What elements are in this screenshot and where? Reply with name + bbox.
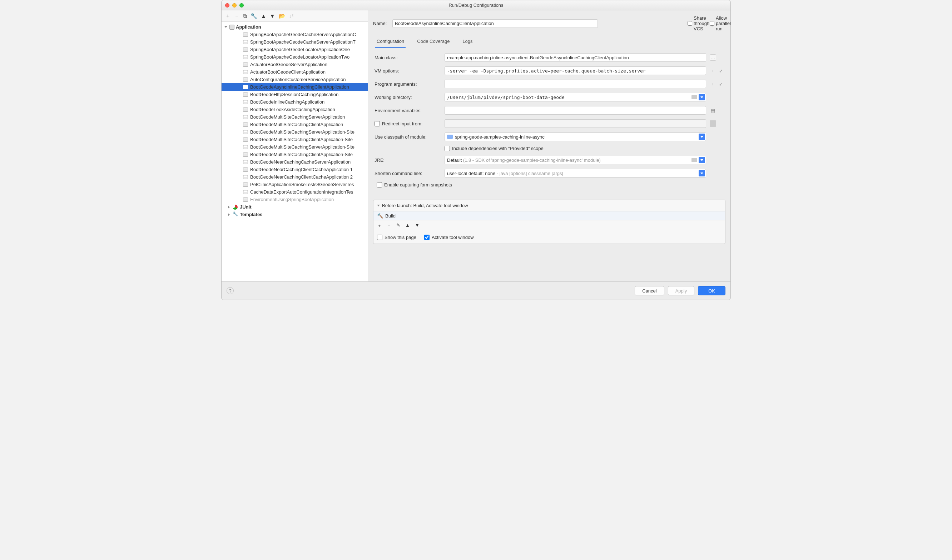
wrench-icon[interactable]: 🔧 <box>250 13 257 19</box>
chevron-down-icon[interactable] <box>699 134 705 140</box>
folder-icon[interactable] <box>691 95 697 99</box>
vm-options-label: VM options: <box>374 68 442 74</box>
up-icon[interactable]: ▲ <box>405 222 410 229</box>
tree-item[interactable]: ActuatorBootGeodeServerApplication <box>221 61 368 68</box>
remove-icon[interactable]: － <box>387 222 391 229</box>
tab-code-coverage[interactable]: Code Coverage <box>416 36 451 48</box>
help-icon[interactable]: ? <box>227 287 234 294</box>
shorten-select[interactable]: user-local default: none - java [options… <box>445 169 706 177</box>
expand-icon[interactable]: ⤢ <box>717 81 724 87</box>
remove-icon[interactable]: － <box>234 12 240 19</box>
tree-item[interactable]: BootGeodeMultiSiteCachingServerApplicati… <box>221 143 368 151</box>
add-icon[interactable]: ＋ <box>225 12 230 19</box>
expand-icon[interactable]: ⤢ <box>717 68 724 74</box>
browse-main-class-button[interactable]: … <box>710 54 716 61</box>
folder-icon[interactable]: 📂 <box>279 13 286 19</box>
tree-item[interactable]: EnvironmentUsingSpringBootApplication <box>221 196 368 203</box>
tree-node-templates[interactable]: Templates <box>221 211 368 218</box>
share-vcs-check[interactable]: Share through VCS ? <box>688 15 703 31</box>
tab-logs[interactable]: Logs <box>461 36 474 48</box>
file-icon <box>243 40 248 44</box>
ok-button[interactable]: OK <box>698 286 725 295</box>
folder-icon <box>710 120 716 127</box>
tree-item[interactable]: BootGeodeLookAsideCachingApplication <box>221 106 368 113</box>
program-args-label: Program arguments: <box>374 82 442 87</box>
jre-select[interactable]: Default (1.8 - SDK of 'spring-geode-samp… <box>445 156 706 164</box>
list-icon[interactable]: ▤ <box>710 107 716 114</box>
chevron-down-icon[interactable] <box>699 94 705 100</box>
program-args-input[interactable] <box>445 80 706 88</box>
tree-item[interactable]: BootGeodeNearCachingClientCacheApplicati… <box>221 173 368 181</box>
titlebar: Run/Debug Configurations <box>221 0 731 10</box>
window-title: Run/Debug Configurations <box>221 3 731 8</box>
tree-item[interactable]: BootGeodeHttpSessionCachingApplication <box>221 91 368 98</box>
cancel-button[interactable]: Cancel <box>635 286 664 295</box>
tree-item[interactable]: CacheDataExportAutoConfigurationIntegrat… <box>221 188 368 196</box>
file-icon <box>243 137 248 142</box>
tree-item[interactable]: PetClinicApplicationSmokeTests$GeodeServ… <box>221 181 368 188</box>
file-icon <box>243 182 248 187</box>
tree-item[interactable]: BootGeodeNearCachingCacheServerApplicati… <box>221 158 368 166</box>
file-icon <box>243 168 248 172</box>
module-select[interactable]: spring-geode-samples-caching-inline-asyn… <box>445 133 706 141</box>
main-class-input[interactable] <box>445 53 706 62</box>
name-input[interactable] <box>393 19 598 28</box>
activate-window-check[interactable]: Activate tool window <box>424 234 474 240</box>
down-icon[interactable]: ▼ <box>415 222 420 229</box>
add-icon[interactable]: ＋ <box>377 222 382 229</box>
edit-icon[interactable]: ✎ <box>396 222 400 229</box>
tree-item[interactable]: BootGeodeMultiSiteCachingClientApplicati… <box>221 136 368 143</box>
tree-item[interactable]: SpringBootApacheGeodeCacheServerApplicat… <box>221 31 368 38</box>
include-provided-check[interactable]: Include dependencies with "Provided" sco… <box>445 146 706 151</box>
tab-configuration[interactable]: Configuration <box>375 36 406 48</box>
tree-item[interactable]: BootGeodeAsyncInlineCachingClientApplica… <box>221 83 368 91</box>
before-launch-panel: Before launch: Build, Activate tool wind… <box>373 200 725 244</box>
copy-icon[interactable]: ⧉ <box>243 13 247 19</box>
tree-item[interactable]: BootGeodeMultiSiteCachingServerApplicati… <box>221 113 368 121</box>
tabs: Configuration Code Coverage Logs <box>373 36 725 48</box>
config-tree[interactable]: ApplicationSpringBootApacheGeodeCacheSer… <box>221 22 368 281</box>
sort-icon[interactable]: ↓² <box>289 13 294 19</box>
add-vm-icon[interactable]: + <box>710 68 716 74</box>
working-dir-label: Working directory: <box>374 95 442 100</box>
working-dir-input[interactable]: /Users/jblum/pivdev/spring-boot-data-geo… <box>445 93 706 102</box>
file-icon <box>243 63 248 67</box>
tree-item[interactable]: BootGeodeInlineCachingApplication <box>221 98 368 106</box>
env-vars-input[interactable] <box>445 106 706 115</box>
vm-options-input[interactable] <box>445 66 706 75</box>
file-icon <box>243 48 248 52</box>
apply-button[interactable]: Apply <box>668 286 695 295</box>
tree-item[interactable]: BootGeodeMultiSiteCachingClientApplicati… <box>221 151 368 158</box>
chevron-down-icon[interactable] <box>377 205 380 207</box>
before-launch-item[interactable]: 🔨 Build <box>374 211 725 220</box>
env-vars-label: Environment variables: <box>374 108 442 113</box>
tree-item[interactable]: BootGeodeNearCachingClientCacheApplicati… <box>221 166 368 173</box>
tree-item[interactable]: SpringBootApacheGeodeLocatorApplicationT… <box>221 53 368 61</box>
chevron-down-icon[interactable] <box>699 157 705 163</box>
add-arg-icon[interactable]: + <box>710 81 716 87</box>
sidebar-toolbar: ＋ － ⧉ 🔧 ▲ ▼ 📂 ↓² <box>221 10 368 22</box>
folder-icon[interactable] <box>691 158 697 162</box>
file-icon <box>243 85 248 89</box>
file-icon <box>243 77 248 82</box>
tree-node-application[interactable]: Application <box>221 23 368 31</box>
redirect-input-check[interactable]: Redirect input from: <box>374 121 442 127</box>
file-icon <box>243 130 248 134</box>
file-icon <box>243 153 248 157</box>
tree-node-junit[interactable]: JUnit <box>221 203 368 211</box>
tree-item[interactable]: ActuatorBootGeodeClientApplication <box>221 68 368 76</box>
tree-item[interactable]: AutoConfigurationCustomerServiceApplicat… <box>221 76 368 83</box>
snapshots-check[interactable]: Enable capturing form snapshots <box>374 182 724 188</box>
down-icon[interactable]: ▼ <box>270 13 275 19</box>
chevron-down-icon[interactable] <box>699 170 705 176</box>
tree-item[interactable]: SpringBootApacheGeodeLocatorApplicationO… <box>221 46 368 53</box>
tree-item[interactable]: BootGeodeMultiSiteCachingServerApplicati… <box>221 128 368 136</box>
file-icon <box>243 145 248 149</box>
file-icon <box>243 70 248 74</box>
tree-item[interactable]: BootGeodeMultiSiteCachingClientApplicati… <box>221 121 368 128</box>
up-icon[interactable]: ▲ <box>261 13 266 19</box>
allow-parallel-check[interactable]: Allow parallel run <box>710 15 725 31</box>
tree-item[interactable]: SpringBootApacheGeodeCacheServerApplicat… <box>221 38 368 46</box>
main-class-label: Main class: <box>374 55 442 60</box>
show-page-check[interactable]: Show this page <box>377 234 416 240</box>
